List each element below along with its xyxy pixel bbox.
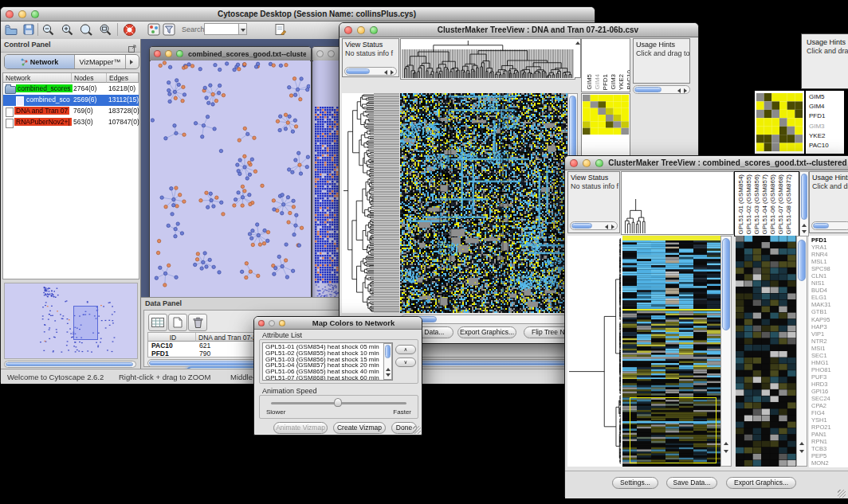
tab-overflow-button[interactable] bbox=[126, 55, 137, 68]
tv2-summary-heatmap-canvas[interactable] bbox=[736, 236, 796, 467]
move-up-button[interactable]: ∧ bbox=[395, 345, 416, 354]
tv1-hscrollbar[interactable] bbox=[400, 315, 567, 324]
scroll-down-icon[interactable] bbox=[799, 450, 804, 453]
control-panel-hscrollbar[interactable] bbox=[4, 361, 136, 368]
save-data-button[interactable]: Save Data... bbox=[666, 477, 717, 489]
close-button[interactable] bbox=[258, 320, 265, 326]
scroll-right-icon[interactable] bbox=[611, 225, 614, 229]
select-attributes-icon[interactable] bbox=[148, 314, 167, 331]
dialog-titlebar[interactable]: Map Colors to Network bbox=[254, 317, 422, 330]
scrollbar-thumb[interactable] bbox=[801, 174, 807, 220]
resize-grip[interactable] bbox=[413, 426, 421, 434]
new-attribute-icon[interactable] bbox=[168, 314, 187, 331]
tv2-column-dendrogram[interactable] bbox=[621, 171, 734, 235]
table-row-combined-sco-selected[interactable]: combined_sco 2569(6) 13112(15) bbox=[3, 95, 139, 106]
network-canvas[interactable] bbox=[151, 61, 310, 309]
help-lifering-icon[interactable] bbox=[122, 22, 136, 37]
table-row-dna-tran[interactable]: DNA and Tran 07 769(0) 183728(0) bbox=[3, 106, 139, 117]
create-vizmap-button[interactable]: Create Vizmap bbox=[333, 422, 386, 434]
scrollbar-thumb[interactable] bbox=[798, 240, 806, 281]
zoom-out-icon[interactable] bbox=[41, 22, 55, 37]
treeview2-window[interactable]: ClusterMaker TreeView : combined_scores_… bbox=[564, 155, 848, 498]
col-header-nodes[interactable]: Nodes bbox=[72, 73, 107, 83]
close-button[interactable] bbox=[154, 50, 161, 57]
tv2-hints-hscrollbar[interactable] bbox=[811, 221, 848, 230]
delete-attribute-icon[interactable] bbox=[188, 314, 207, 331]
tv1-hints-hscrollbar[interactable] bbox=[633, 85, 690, 94]
table-row-rnapuber[interactable]: RNAPuberNov2+| 563(0) 107847(0) bbox=[3, 117, 139, 128]
close-button[interactable] bbox=[6, 10, 14, 18]
treeview2-titlebar[interactable]: ClusterMaker TreeView : combined_scores_… bbox=[565, 156, 848, 170]
minimize-button[interactable] bbox=[18, 10, 26, 18]
settings-button[interactable]: Settings... bbox=[612, 477, 658, 489]
attribute-list-vscrollbar[interactable] bbox=[383, 343, 392, 380]
scroll-down-icon[interactable] bbox=[802, 230, 807, 233]
tv2-upper-vscrollbar[interactable] bbox=[799, 171, 809, 236]
scrollbar-thumb[interactable] bbox=[722, 238, 730, 330]
scrollbar-thumb[interactable] bbox=[571, 223, 592, 229]
main-titlebar[interactable]: Cytoscape Desktop (Session Name: collins… bbox=[1, 7, 595, 21]
scroll-right-icon[interactable] bbox=[684, 88, 687, 93]
scroll-left-icon[interactable] bbox=[384, 70, 387, 75]
tv1-heatmap-canvas[interactable] bbox=[400, 93, 567, 313]
scroll-up-icon[interactable] bbox=[386, 368, 391, 371]
fragment-matrix-panel[interactable] bbox=[754, 90, 805, 154]
tv1-column-dendrogram[interactable] bbox=[400, 38, 575, 80]
close-button[interactable] bbox=[344, 26, 352, 34]
save-session-icon[interactable] bbox=[22, 22, 36, 37]
zoom-in-icon[interactable] bbox=[60, 22, 74, 37]
minimize-button[interactable] bbox=[269, 320, 275, 326]
tv2-right-vscrollbar[interactable] bbox=[796, 236, 807, 467]
network-overview-panel[interactable] bbox=[4, 283, 138, 359]
scroll-left-icon[interactable] bbox=[677, 88, 681, 93]
close-button[interactable] bbox=[316, 50, 324, 57]
annotation-icon[interactable] bbox=[273, 22, 288, 37]
zoom-button[interactable] bbox=[279, 320, 285, 326]
tab-vizmapper[interactable]: VizMapper™ bbox=[75, 55, 126, 68]
scroll-up-icon[interactable] bbox=[802, 224, 807, 227]
export-graphics-button[interactable]: Export Graphics... bbox=[726, 477, 796, 489]
treeview1-titlebar[interactable]: ClusterMaker TreeView : DNA and Tran 07-… bbox=[340, 23, 698, 37]
animate-vizmap-button[interactable]: Animate Vizmap bbox=[273, 422, 328, 434]
resize-grip[interactable] bbox=[838, 490, 846, 498]
scrollbar-thumb[interactable] bbox=[346, 68, 370, 74]
search-input[interactable] bbox=[204, 23, 242, 35]
scroll-right-icon[interactable] bbox=[391, 70, 394, 75]
tv1-row-dendrogram[interactable] bbox=[342, 93, 399, 313]
overview-canvas[interactable] bbox=[5, 283, 137, 358]
vizmap-icon[interactable] bbox=[147, 22, 161, 37]
scrollbar-thumb[interactable] bbox=[6, 362, 133, 366]
scroll-down-icon[interactable] bbox=[386, 373, 391, 377]
minimize-button[interactable] bbox=[328, 50, 335, 57]
scroll-up-icon[interactable] bbox=[575, 41, 580, 45]
open-session-icon[interactable] bbox=[4, 22, 18, 37]
scroll-left-icon[interactable] bbox=[605, 225, 608, 229]
scrollbar-thumb[interactable] bbox=[813, 223, 829, 229]
col-header-network[interactable]: Network bbox=[3, 73, 72, 83]
zoom-fit-icon[interactable] bbox=[98, 22, 112, 37]
attribute-item[interactable]: GPL51-07 (GSM868) heat shock 60 min bbox=[265, 375, 392, 381]
network-titlebar[interactable]: combined_scores_good.txt--cluste... bbox=[150, 47, 311, 61]
search-dropdown-button[interactable] bbox=[238, 23, 247, 35]
filter-icon[interactable] bbox=[162, 22, 176, 37]
move-down-button[interactable]: ∨ bbox=[395, 357, 416, 367]
network-view-window[interactable]: combined_scores_good.txt--cluste... bbox=[149, 46, 312, 311]
zoom-selected-icon[interactable] bbox=[79, 22, 93, 37]
tv2-heatmap-canvas[interactable] bbox=[622, 236, 720, 467]
tv2-status-hscrollbar[interactable] bbox=[570, 221, 618, 230]
zoom-button[interactable] bbox=[370, 26, 378, 34]
minimize-button[interactable] bbox=[357, 26, 365, 34]
export-graphics-button[interactable]: Export Graphics... bbox=[457, 326, 516, 338]
speed-slider-thumb[interactable] bbox=[334, 398, 342, 407]
scroll-up-icon[interactable] bbox=[799, 442, 804, 445]
fragment-matrix-canvas[interactable] bbox=[756, 93, 803, 151]
scrollbar-thumb[interactable] bbox=[385, 345, 391, 358]
attribute-list[interactable]: GPL51-01 (GSM854) heat shock 05 minGPL51… bbox=[262, 342, 393, 381]
tab-network[interactable]: Network bbox=[5, 55, 75, 68]
minimize-button[interactable] bbox=[583, 159, 591, 167]
map-colors-dialog[interactable]: Map Colors to Network Attribute List GPL… bbox=[253, 316, 422, 436]
tv2-main-vscrollbar[interactable] bbox=[720, 236, 732, 467]
col-header-edges[interactable]: Edges bbox=[107, 73, 139, 83]
scroll-down-icon[interactable] bbox=[724, 450, 728, 453]
table-row-combined-scores[interactable]: combined_scores 2764(0) 16218(0) bbox=[3, 84, 139, 95]
